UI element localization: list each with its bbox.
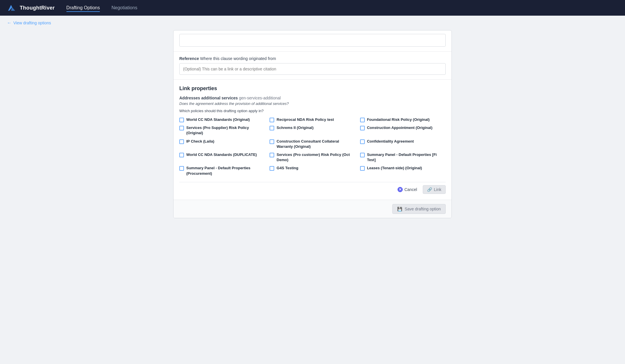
footer-row: 💾 Save drafting option [174, 200, 451, 218]
policy-label-0: World CC NDA Standards (Original) [186, 117, 250, 122]
policy-label-7: Construction Consultant Collateral Warra… [277, 139, 355, 149]
policy-item-2[interactable]: Foundational Risk Policy (Original) [360, 117, 446, 122]
policy-checkbox-7[interactable] [270, 139, 274, 144]
policy-item-5[interactable]: Construction Appointment (Original) [360, 125, 446, 136]
nav-drafting-options[interactable]: Drafting Options [66, 4, 100, 12]
property-name: Addresses additional services gen-servic… [179, 96, 446, 100]
policy-question: Which policies should this drafting opti… [179, 109, 446, 113]
save-button[interactable]: 💾 Save drafting option [392, 204, 446, 214]
policy-label-10: Services (Pro customer) Risk Policy (Oct… [277, 152, 355, 163]
property-id: gen-services-additional [239, 96, 281, 100]
policy-item-0[interactable]: World CC NDA Standards (Original) [179, 117, 265, 122]
policy-checkbox-10[interactable] [270, 153, 274, 157]
policy-item-14[interactable]: Leases (Tenant-side) (Original) [360, 165, 446, 176]
policy-item-11[interactable]: Summary Panel - Default Properties [Fi T… [360, 152, 446, 163]
reference-label: Reference Where this clause wording orig… [179, 56, 446, 61]
policy-item-10[interactable]: Services (Pro customer) Risk Policy (Oct… [270, 152, 355, 163]
policy-checkbox-14[interactable] [360, 166, 365, 171]
policy-item-7[interactable]: Construction Consultant Collateral Warra… [270, 139, 355, 149]
link-properties-title: Link properties [179, 85, 446, 92]
back-link-label: View drafting options [13, 21, 51, 25]
save-label: Save drafting option [404, 207, 441, 211]
policy-item-9[interactable]: World CC NDA Standards (DUPLICATE) [179, 152, 265, 163]
back-link[interactable]: ← View drafting options [0, 16, 58, 30]
policy-checkbox-8[interactable] [360, 139, 365, 144]
policy-label-4: Schrems II (Original) [277, 125, 313, 130]
policy-label-3: Services (Pro Supplier) Risk Policy (Ori… [186, 125, 265, 136]
policy-checkbox-13[interactable] [270, 166, 274, 171]
policy-label-11: Summary Panel - Default Properties [Fi T… [367, 152, 446, 163]
policy-checkbox-6[interactable] [179, 139, 184, 144]
reference-input[interactable] [179, 63, 446, 75]
policy-label-12: Summary Panel - Default Properties (Proc… [186, 165, 265, 176]
policy-label-13: G4S Testing [277, 165, 298, 171]
cancel-circle-icon: ✕ [398, 187, 403, 192]
content-card: Reference Where this clause wording orig… [173, 30, 452, 218]
policy-checkbox-3[interactable] [179, 126, 184, 130]
policy-label-1: Reciprocal NDA Risk Policy test [277, 117, 334, 122]
policy-checkbox-2[interactable] [360, 118, 365, 122]
policy-item-8[interactable]: Confidentiality Agreement [360, 139, 446, 149]
link-icon: 🔗 [427, 187, 432, 192]
policy-checkbox-4[interactable] [270, 126, 274, 130]
policy-label-6: IP Check (Laila) [186, 139, 214, 144]
link-button[interactable]: 🔗 Link [423, 185, 446, 194]
policy-label-9: World CC NDA Standards (DUPLICATE) [186, 152, 257, 157]
main-nav-2: Negotiations [111, 5, 137, 10]
nav-negotiations[interactable]: Negotiations [111, 4, 137, 12]
back-arrow-icon: ← [7, 20, 12, 26]
policy-label-8: Confidentiality Agreement [367, 139, 414, 144]
policy-item-4[interactable]: Schrems II (Original) [270, 125, 355, 136]
property-name-label: Addresses additional services [179, 96, 238, 100]
main-nav: Drafting Options [66, 5, 100, 10]
reference-description: Where this clause wording originated fro… [200, 56, 276, 61]
policy-item-3[interactable]: Services (Pro Supplier) Risk Policy (Ori… [179, 125, 265, 136]
policies-grid: World CC NDA Standards (Original) Recipr… [179, 117, 446, 176]
action-row: ✕ Cancel 🔗 Link [179, 182, 446, 195]
policy-label-2: Foundational Risk Policy (Original) [367, 117, 430, 122]
policy-checkbox-0[interactable] [179, 118, 184, 122]
save-icon: 💾 [397, 207, 402, 211]
link-properties-section: Link properties Addresses additional ser… [174, 80, 451, 200]
policy-item-13[interactable]: G4S Testing [270, 165, 355, 176]
logo-icon [7, 4, 17, 12]
cancel-label: Cancel [404, 187, 417, 192]
policy-checkbox-9[interactable] [179, 153, 184, 157]
cancel-button[interactable]: ✕ Cancel [395, 185, 420, 194]
app-header: ThoughtRiver Drafting Options Negotiatio… [0, 0, 625, 16]
clause-textarea[interactable] [179, 34, 446, 47]
link-label: Link [434, 187, 441, 192]
policy-checkbox-12[interactable] [179, 166, 184, 171]
logo-text: ThoughtRiver [20, 5, 55, 11]
top-input-area [174, 30, 451, 52]
logo: ThoughtRiver [7, 4, 55, 12]
policy-checkbox-1[interactable] [270, 118, 274, 122]
policy-item-6[interactable]: IP Check (Laila) [179, 139, 265, 149]
main-wrapper: Reference Where this clause wording orig… [0, 30, 625, 225]
property-description: Does the agreement address the provision… [179, 101, 446, 106]
policy-item-1[interactable]: Reciprocal NDA Risk Policy test [270, 117, 355, 122]
policy-checkbox-5[interactable] [360, 126, 365, 130]
policy-item-12[interactable]: Summary Panel - Default Properties (Proc… [179, 165, 265, 176]
policy-checkbox-11[interactable] [360, 153, 365, 157]
reference-section: Reference Where this clause wording orig… [174, 52, 451, 80]
policy-label-5: Construction Appointment (Original) [367, 125, 433, 130]
policy-label-14: Leases (Tenant-side) (Original) [367, 165, 422, 171]
